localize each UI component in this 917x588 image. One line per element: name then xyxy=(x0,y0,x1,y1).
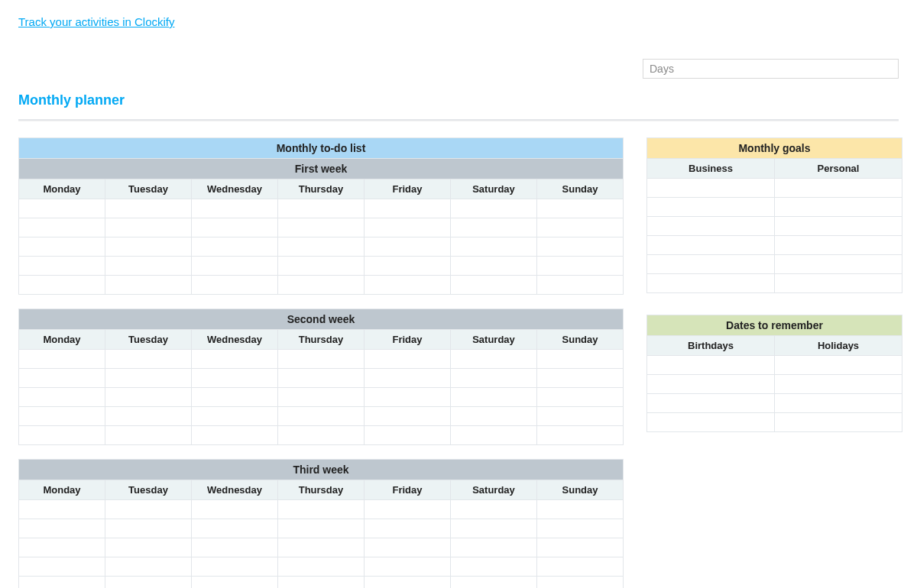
cell[interactable] xyxy=(451,577,537,589)
cell[interactable] xyxy=(278,500,365,519)
cell[interactable] xyxy=(192,369,278,388)
cell[interactable] xyxy=(537,500,624,519)
cell[interactable] xyxy=(537,407,624,426)
cell[interactable] xyxy=(647,413,775,432)
cell[interactable] xyxy=(537,557,624,577)
cell[interactable] xyxy=(647,274,775,293)
cell[interactable] xyxy=(19,369,105,388)
cell[interactable] xyxy=(451,237,537,257)
cell[interactable] xyxy=(537,257,624,276)
cell[interactable] xyxy=(365,218,451,237)
cell[interactable] xyxy=(278,237,365,257)
cell[interactable] xyxy=(775,179,902,198)
cell[interactable] xyxy=(451,557,537,577)
cell[interactable] xyxy=(19,218,105,237)
cell[interactable] xyxy=(192,276,278,295)
cell[interactable] xyxy=(105,276,192,295)
cell[interactable] xyxy=(105,257,192,276)
cell[interactable] xyxy=(451,199,537,218)
cell[interactable] xyxy=(365,577,451,589)
cell[interactable] xyxy=(537,577,624,589)
cell[interactable] xyxy=(365,500,451,519)
cell[interactable] xyxy=(451,538,537,557)
cell[interactable] xyxy=(451,276,537,295)
cell[interactable] xyxy=(192,237,278,257)
cell[interactable] xyxy=(278,388,365,407)
cell[interactable] xyxy=(192,388,278,407)
cell[interactable] xyxy=(537,350,624,369)
cell[interactable] xyxy=(537,218,624,237)
cell[interactable] xyxy=(775,198,902,217)
clockify-link[interactable]: Track your activities in Clockify xyxy=(18,15,175,28)
cell[interactable] xyxy=(105,350,192,369)
cell[interactable] xyxy=(775,413,902,432)
cell[interactable] xyxy=(451,257,537,276)
cell[interactable] xyxy=(105,538,192,557)
cell[interactable] xyxy=(278,407,365,426)
cell[interactable] xyxy=(278,257,365,276)
cell[interactable] xyxy=(192,426,278,445)
cell[interactable] xyxy=(105,369,192,388)
cell[interactable] xyxy=(537,276,624,295)
cell[interactable] xyxy=(451,500,537,519)
cell[interactable] xyxy=(365,237,451,257)
cell[interactable] xyxy=(192,350,278,369)
cell[interactable] xyxy=(537,519,624,538)
cell[interactable] xyxy=(19,538,105,557)
cell[interactable] xyxy=(192,538,278,557)
cell[interactable] xyxy=(192,557,278,577)
cell[interactable] xyxy=(647,217,775,236)
cell[interactable] xyxy=(775,217,902,236)
cell[interactable] xyxy=(365,426,451,445)
cell[interactable] xyxy=(451,426,537,445)
cell[interactable] xyxy=(105,218,192,237)
cell[interactable] xyxy=(278,369,365,388)
cell[interactable] xyxy=(365,199,451,218)
cell[interactable] xyxy=(775,274,902,293)
cell[interactable] xyxy=(192,199,278,218)
cell[interactable] xyxy=(537,369,624,388)
cell[interactable] xyxy=(105,557,192,577)
cell[interactable] xyxy=(19,199,105,218)
cell[interactable] xyxy=(647,255,775,274)
cell[interactable] xyxy=(537,237,624,257)
cell[interactable] xyxy=(278,538,365,557)
cell[interactable] xyxy=(19,426,105,445)
cell[interactable] xyxy=(278,577,365,589)
cell[interactable] xyxy=(278,519,365,538)
cell[interactable] xyxy=(278,199,365,218)
cell[interactable] xyxy=(192,257,278,276)
days-input[interactable] xyxy=(643,59,899,79)
cell[interactable] xyxy=(775,394,902,413)
cell[interactable] xyxy=(647,198,775,217)
cell[interactable] xyxy=(105,519,192,538)
cell[interactable] xyxy=(105,426,192,445)
cell[interactable] xyxy=(537,538,624,557)
cell[interactable] xyxy=(105,407,192,426)
cell[interactable] xyxy=(647,236,775,255)
cell[interactable] xyxy=(19,350,105,369)
cell[interactable] xyxy=(19,388,105,407)
cell[interactable] xyxy=(19,557,105,577)
cell[interactable] xyxy=(365,538,451,557)
cell[interactable] xyxy=(775,375,902,394)
cell[interactable] xyxy=(192,577,278,589)
cell[interactable] xyxy=(647,179,775,198)
cell[interactable] xyxy=(451,407,537,426)
cell[interactable] xyxy=(192,407,278,426)
cell[interactable] xyxy=(192,218,278,237)
cell[interactable] xyxy=(192,519,278,538)
cell[interactable] xyxy=(19,407,105,426)
cell[interactable] xyxy=(775,356,902,375)
cell[interactable] xyxy=(19,500,105,519)
cell[interactable] xyxy=(278,218,365,237)
cell[interactable] xyxy=(105,237,192,257)
cell[interactable] xyxy=(105,199,192,218)
cell[interactable] xyxy=(451,350,537,369)
cell[interactable] xyxy=(365,557,451,577)
cell[interactable] xyxy=(365,407,451,426)
cell[interactable] xyxy=(19,276,105,295)
cell[interactable] xyxy=(105,500,192,519)
cell[interactable] xyxy=(775,236,902,255)
cell[interactable] xyxy=(537,199,624,218)
